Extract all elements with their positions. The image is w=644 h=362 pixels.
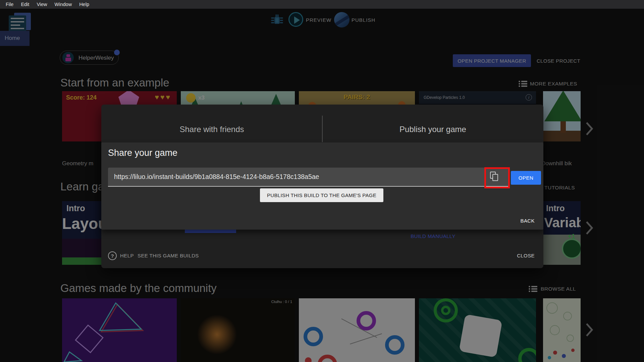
back-button[interactable]: BACK bbox=[521, 218, 535, 224]
tab-publish-your-game[interactable]: Publish your game bbox=[322, 125, 543, 138]
menu-window[interactable]: Window bbox=[51, 2, 76, 7]
help-button[interactable]: HELP bbox=[120, 253, 134, 258]
tab-share-with-friends[interactable]: Share with friends bbox=[101, 125, 322, 138]
menu-edit[interactable]: Edit bbox=[17, 2, 33, 7]
menu-file[interactable]: File bbox=[2, 2, 17, 7]
annotation-highlight-rect bbox=[484, 167, 510, 188]
share-url-value: https://liluo.io/instant-builds/9b1a0884… bbox=[114, 168, 319, 186]
publish-build-button[interactable]: PUBLISH THIS BUILD TO THE GAME'S PAGE bbox=[260, 188, 383, 202]
menu-bar: File Edit View Window Help bbox=[0, 0, 644, 9]
open-link-button[interactable]: OPEN bbox=[511, 171, 541, 185]
see-game-builds-button[interactable]: SEE THIS GAME BUILDS bbox=[138, 253, 199, 258]
build-manually-button[interactable]: BUILD MANUALLY bbox=[383, 233, 483, 239]
share-url-field[interactable]: https://liluo.io/instant-builds/9b1a0884… bbox=[108, 168, 508, 187]
generate-link-button-sliver[interactable] bbox=[185, 229, 236, 233]
menu-view[interactable]: View bbox=[33, 2, 51, 7]
help-icon[interactable]: ? bbox=[108, 251, 117, 260]
panel-title: Share your game bbox=[108, 148, 177, 158]
app-window: File Edit View Window Help PREVIEW PUBLI… bbox=[0, 0, 644, 362]
close-dialog-button[interactable]: CLOSE bbox=[517, 253, 535, 258]
share-your-game-panel: Share your game https://liluo.io/instant… bbox=[101, 142, 543, 230]
tab-divider bbox=[322, 116, 323, 142]
share-dialog: Share with friends Publish your game Sha… bbox=[101, 105, 543, 268]
menu-help[interactable]: Help bbox=[75, 2, 93, 7]
